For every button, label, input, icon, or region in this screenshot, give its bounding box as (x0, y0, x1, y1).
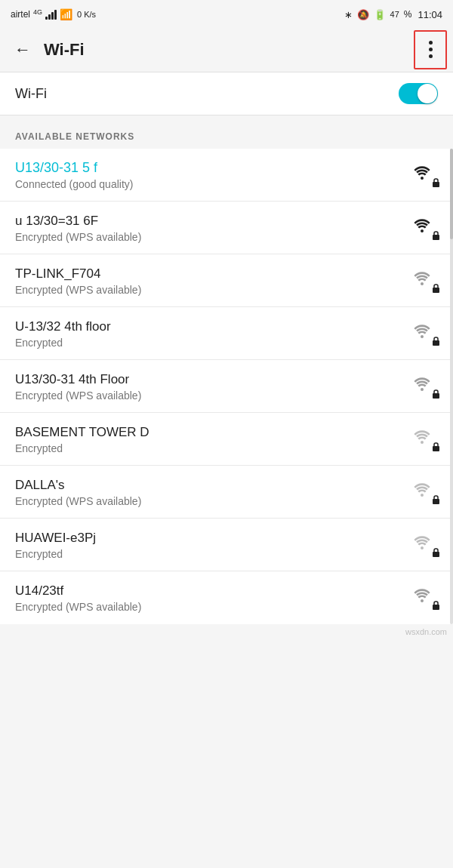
network-status: Encrypted (WPS available) (15, 495, 408, 507)
wifi-lock-icon (408, 482, 438, 503)
network-type: 4G (33, 8, 42, 20)
network-info: U13/30-31 5 fConnected (good quality) (15, 159, 408, 190)
wifi-signal-indicator (411, 587, 438, 608)
wifi-signal-indicator (411, 429, 438, 450)
network-name: U14/23tf (15, 583, 408, 599)
carrier-text: airtel (11, 9, 30, 20)
toggle-thumb (418, 84, 437, 103)
network-item[interactable]: U14/23tfEncrypted (WPS available) (0, 571, 453, 624)
svg-point-8 (421, 388, 424, 391)
network-status: Encrypted (WPS available) (15, 231, 408, 243)
signal-bars (45, 9, 57, 20)
network-status: Encrypted (WPS available) (15, 601, 408, 613)
svg-rect-5 (433, 288, 439, 293)
network-item[interactable]: HUAWEI-e3PjEncrypted (0, 519, 453, 571)
svg-rect-17 (433, 605, 439, 610)
wifi-lock-icon (408, 534, 438, 556)
wifi-lock-icon (408, 165, 438, 186)
back-arrow-icon: ← (14, 40, 31, 60)
battery-icon: 🔋 (374, 9, 386, 20)
network-status: Encrypted (WPS available) (15, 389, 408, 402)
dot-3 (429, 54, 433, 58)
network-status: Encrypted (15, 442, 408, 454)
available-networks-header: AVAILABLE NETWORKS (0, 115, 453, 149)
network-status: Encrypted (15, 548, 408, 560)
svg-rect-3 (433, 235, 439, 240)
status-right: ∗ 🔕 🔋 47% 11:04 (344, 9, 442, 20)
wifi-lock-icon (408, 270, 438, 291)
svg-rect-15 (433, 552, 439, 557)
network-status: Connected (good quality) (15, 178, 408, 190)
wifi-signal-indicator (411, 217, 438, 239)
network-item[interactable]: TP-LINK_F704Encrypted (WPS available) (0, 254, 453, 307)
network-item[interactable]: U-13/32 4th floorEncrypted (0, 307, 453, 360)
wifi-toggle-switch[interactable] (399, 83, 438, 104)
network-name: BASEMENT TOWER D (15, 424, 408, 441)
network-item[interactable]: BASEMENT TOWER DEncrypted (0, 413, 453, 466)
svg-rect-1 (433, 182, 439, 187)
app-bar: ← Wi-Fi (0, 27, 453, 72)
more-options-button[interactable] (414, 30, 447, 69)
svg-rect-7 (433, 340, 439, 346)
svg-point-10 (421, 441, 424, 444)
network-name: U13/30-31 4th Floor (15, 371, 408, 388)
data-speed: 0 K/s (77, 10, 96, 19)
dot-1 (429, 41, 433, 45)
wifi-icon-status: 📶 (60, 8, 72, 20)
network-name: u 13/30=31 6F (15, 213, 408, 229)
network-list: U13/30-31 5 fConnected (good quality) u … (0, 149, 453, 624)
wifi-lock-icon (408, 376, 438, 397)
battery-level: 47 (390, 10, 399, 19)
svg-rect-11 (433, 446, 439, 451)
network-item[interactable]: u 13/30=31 6FEncrypted (WPS available) (0, 202, 453, 254)
status-bar: airtel 4G 📶 0 K/s ∗ 🔕 🔋 47% 11:04 (0, 0, 453, 27)
watermark: wsxdn.com (0, 624, 453, 639)
wifi-signal-indicator (411, 376, 438, 397)
status-left: airtel 4G 📶 0 K/s (11, 8, 96, 20)
wifi-toggle-label: Wi-Fi (15, 86, 47, 102)
bell-icon: 🔕 (357, 9, 369, 20)
clock: 11:04 (418, 9, 442, 20)
network-item[interactable]: DALLA'sEncrypted (WPS available) (0, 466, 453, 519)
network-name: U13/30-31 5 f (15, 159, 408, 177)
dot-2 (429, 48, 433, 51)
network-info: DALLA'sEncrypted (WPS available) (15, 477, 408, 507)
bluetooth-icon: ∗ (344, 9, 353, 20)
network-name: U-13/32 4th floor (15, 319, 408, 335)
svg-point-12 (421, 494, 424, 497)
svg-point-2 (421, 229, 424, 232)
network-name: TP-LINK_F704 (15, 266, 408, 282)
wifi-signal-indicator (411, 482, 438, 503)
scrollbar-thumb[interactable] (450, 149, 453, 239)
svg-rect-9 (433, 393, 439, 399)
wifi-lock-icon (408, 323, 438, 344)
network-name: DALLA's (15, 477, 408, 494)
wifi-signal-indicator (411, 323, 438, 344)
back-button[interactable]: ← (6, 33, 39, 66)
svg-point-6 (421, 335, 424, 338)
svg-point-16 (421, 599, 424, 602)
wifi-signal-indicator (411, 165, 438, 186)
network-info: TP-LINK_F704Encrypted (WPS available) (15, 266, 408, 296)
wifi-toggle-row: Wi-Fi (0, 72, 453, 115)
network-info: U14/23tfEncrypted (WPS available) (15, 583, 408, 613)
svg-rect-13 (433, 499, 439, 504)
network-info: U-13/32 4th floorEncrypted (15, 319, 408, 349)
network-item[interactable]: U13/30-31 4th FloorEncrypted (WPS availa… (0, 360, 453, 413)
network-info: U13/30-31 4th FloorEncrypted (WPS availa… (15, 371, 408, 402)
scrollbar-track (450, 149, 453, 624)
svg-point-0 (421, 177, 424, 180)
network-info: BASEMENT TOWER DEncrypted (15, 424, 408, 454)
network-status: Encrypted (WPS available) (15, 284, 408, 296)
wifi-signal-indicator (411, 270, 438, 291)
wifi-signal-indicator (411, 534, 438, 556)
wifi-lock-icon (408, 429, 438, 450)
svg-point-4 (421, 282, 424, 285)
network-item[interactable]: U13/30-31 5 fConnected (good quality) (0, 149, 453, 202)
section-header-text: AVAILABLE NETWORKS (15, 131, 134, 142)
network-list-scroll-area: U13/30-31 5 fConnected (good quality) u … (0, 149, 453, 624)
page-title: Wi-Fi (39, 40, 414, 60)
wifi-lock-icon (408, 217, 438, 239)
svg-point-14 (421, 546, 424, 549)
network-status: Encrypted (15, 337, 408, 349)
